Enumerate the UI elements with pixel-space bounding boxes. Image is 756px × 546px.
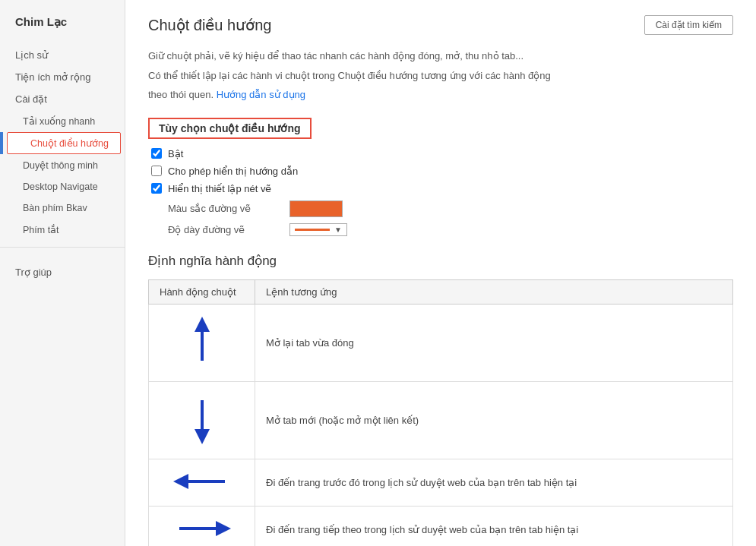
gesture-arrow-left-svg xyxy=(172,470,232,493)
page-title: Chuột điều hướng xyxy=(148,16,271,34)
options-box-label: Tùy chọn chuột điều hướng xyxy=(148,118,312,139)
table-row: Đi đến trang trước đó trong lịch sử duyệ… xyxy=(149,459,733,506)
color-label: Màu sắc đường vẽ xyxy=(168,203,289,214)
label-bat[interactable]: Bật xyxy=(168,148,183,159)
desc3: theo thói quen. Hướng dẫn sử dụng xyxy=(148,87,733,103)
desc1: Giữ chuột phải, vẽ ký hiệu để thao tác n… xyxy=(148,49,733,64)
option-hien-thi: Hiển thị thiết lập nét vẽ xyxy=(151,183,733,194)
thickness-select[interactable]: ▼ xyxy=(289,223,347,236)
thickness-line-preview xyxy=(295,229,330,231)
action-table: Hành động chuột Lệnh tương ứng Mở lại ta… xyxy=(148,279,733,547)
sidebar-item-tien-ich-mo-rong[interactable]: Tiện ích mở rộng xyxy=(0,66,125,88)
gesture-cell-down xyxy=(149,381,255,459)
thickness-label: Độ dày đường vẽ xyxy=(168,224,289,235)
thickness-row: Độ dày đường vẽ ▼ xyxy=(168,223,733,236)
sidebar-item-help[interactable]: Trợ giúp xyxy=(0,261,125,283)
checkbox-cho-phep[interactable] xyxy=(151,166,162,176)
sidebar-item-ban-phim-bkav[interactable]: Bàn phím Bkav xyxy=(0,197,125,219)
sidebar-item-phim-tat[interactable]: Phím tắt xyxy=(0,219,125,241)
table-row: Đi đến trang tiếp theo trong lịch sử duy… xyxy=(149,506,733,546)
option-bat: Bật xyxy=(151,148,733,159)
sidebar-item-tai-xuong-nhanh[interactable]: Tải xuống nhanh xyxy=(0,110,125,132)
sidebar-item-desktop-navigate[interactable]: Desktop Navigate xyxy=(0,176,125,197)
command-cell-2: Mở tab mới (hoặc mở một liên kết) xyxy=(255,381,733,459)
gesture-cell-right xyxy=(149,506,255,546)
label-hien-thi[interactable]: Hiển thị thiết lập nét vẽ xyxy=(168,183,271,194)
svg-marker-1 xyxy=(195,317,210,332)
app-title: Chim Lạc xyxy=(0,15,125,44)
checkbox-hien-thi[interactable] xyxy=(151,183,162,194)
table-header-row: Hành động chuột Lệnh tương ứng xyxy=(149,279,733,304)
sidebar: Chim Lạc Lịch sử Tiện ích mở rộng Cài đặ… xyxy=(0,0,125,546)
color-row: Màu sắc đường vẽ xyxy=(168,200,733,217)
svg-marker-7 xyxy=(216,521,231,536)
main-header: Chuột điều hướng Cài đặt tìm kiếm xyxy=(148,15,733,35)
chevron-down-icon: ▼ xyxy=(334,226,342,234)
sidebar-item-duyet-thong-minh[interactable]: Duyệt thông minh xyxy=(0,154,125,176)
label-cho-phep[interactable]: Cho phép hiển thị hướng dẫn xyxy=(168,166,298,177)
command-cell-4: Đi đến trang tiếp theo trong lịch sử duy… xyxy=(255,506,733,546)
col-header-command: Lệnh tương ứng xyxy=(255,279,733,304)
gesture-cell-left xyxy=(149,459,255,506)
main-content: Chuột điều hướng Cài đặt tìm kiếm Giữ ch… xyxy=(125,0,756,546)
command-cell-3: Đi đến trang trước đó trong lịch sử duyệ… xyxy=(255,459,733,506)
gesture-arrow-up-svg xyxy=(187,315,217,368)
col-header-gesture: Hành động chuột xyxy=(149,279,255,304)
sidebar-divider xyxy=(0,247,125,248)
table-row: Mở tab mới (hoặc mở một liên kết) xyxy=(149,381,733,459)
sidebar-item-cai-dat[interactable]: Cài đặt xyxy=(0,88,125,110)
sidebar-nav: Lịch sử Tiện ích mở rộng Cài đặt Tải xuố… xyxy=(0,44,125,283)
color-swatch[interactable] xyxy=(289,200,343,217)
gesture-arrow-right-svg xyxy=(172,517,232,540)
gesture-cell-up xyxy=(149,304,255,381)
search-settings-button[interactable]: Cài đặt tìm kiếm xyxy=(644,15,733,35)
gesture-arrow-down-svg xyxy=(187,393,217,446)
option-cho-phep: Cho phép hiển thị hướng dẫn xyxy=(151,166,733,177)
huong-dan-link[interactable]: Hướng dẫn sử dụng xyxy=(217,89,305,100)
svg-marker-3 xyxy=(195,429,210,444)
table-row: Mở lại tab vừa đóng xyxy=(149,304,733,381)
checkbox-bat[interactable] xyxy=(151,148,162,159)
sidebar-item-lich-su[interactable]: Lịch sử xyxy=(0,44,125,66)
desc2: Có thể thiết lập lại các hành vi chuột t… xyxy=(148,68,733,84)
table-section-title: Định nghĩa hành động xyxy=(148,253,733,269)
options-area: Bật Cho phép hiển thị hướng dẫn Hiển thị… xyxy=(151,148,733,236)
svg-marker-5 xyxy=(173,474,188,489)
command-cell-1: Mở lại tab vừa đóng xyxy=(255,304,733,381)
sidebar-item-chuot-dieu-huong[interactable]: Chuột điều hướng xyxy=(7,132,121,154)
